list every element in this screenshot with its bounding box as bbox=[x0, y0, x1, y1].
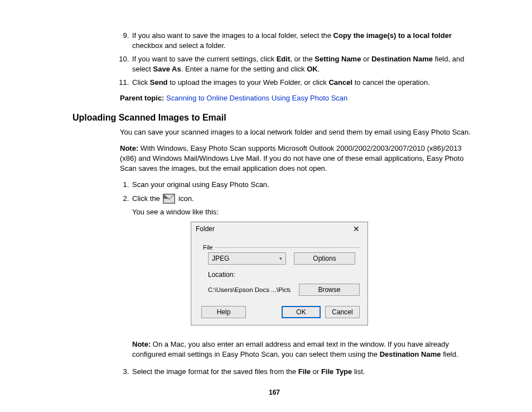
cancel-button[interactable]: Cancel bbox=[325, 306, 360, 318]
page-number: 167 bbox=[72, 388, 476, 397]
close-icon[interactable]: ✕ bbox=[351, 225, 362, 233]
parent-topic-link[interactable]: Scanning to Online Destinations Using Ea… bbox=[166, 94, 347, 102]
ok-button[interactable]: OK bbox=[282, 306, 321, 318]
intro-text: You can save your scanned images to a lo… bbox=[120, 127, 476, 137]
parent-topic: Parent topic: Scanning to Online Destina… bbox=[120, 93, 476, 103]
file-legend: File bbox=[201, 244, 215, 251]
dialog-title-text: Folder bbox=[196, 224, 215, 233]
continued-steps-list: If you also want to save the images to a… bbox=[72, 31, 476, 88]
step-11: Click Send to upload the images to your … bbox=[131, 78, 476, 88]
proc-step-2-sub: You see a window like this: bbox=[132, 207, 476, 217]
chevron-down-icon: ▾ bbox=[279, 255, 282, 262]
location-label: Location: bbox=[208, 270, 360, 279]
proc-step-1: Scan your original using Easy Photo Scan… bbox=[131, 180, 476, 190]
procedure-steps-list: Scan your original using Easy Photo Scan… bbox=[72, 180, 476, 377]
proc-step-3: Select the image format for the saved fi… bbox=[131, 367, 476, 377]
folder-dialog: Folder ✕ File JPEG ▾ Options Location: C… bbox=[191, 222, 368, 326]
location-path: C:\Users\Epson Docs ...\Pictures bbox=[208, 286, 291, 295]
note-mac: Note: On a Mac, you also enter an email … bbox=[132, 339, 476, 359]
note-windows: Note: With Windows, Easy Photo Scan supp… bbox=[120, 143, 476, 173]
file-format-combo[interactable]: JPEG ▾ bbox=[208, 252, 286, 265]
browse-button[interactable]: Browse bbox=[299, 284, 360, 296]
email-icon bbox=[163, 194, 175, 204]
step-9: If you also want to save the images to a… bbox=[131, 31, 476, 50]
proc-step-2: Click the icon. You see a window like th… bbox=[131, 194, 476, 360]
section-heading: Uploading Scanned Images to Email bbox=[72, 112, 476, 124]
options-button[interactable]: Options bbox=[294, 252, 355, 265]
help-button[interactable]: Help bbox=[201, 306, 246, 318]
step-10: If you want to save the current settings… bbox=[131, 54, 476, 74]
